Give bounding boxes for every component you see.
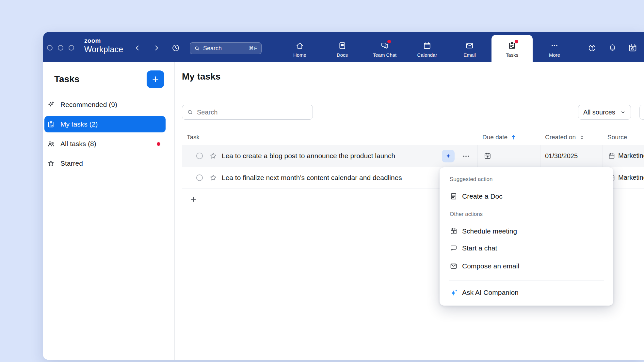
ai-companion-button[interactable] <box>442 150 455 162</box>
column-divider <box>603 145 603 167</box>
menu-item-create-doc[interactable]: Create a Doc <box>449 189 604 204</box>
source-cell: Marketing <box>608 174 644 181</box>
zoom-workplace-logo: zoom Workplace <box>84 38 123 53</box>
filter-extra-button[interactable] <box>639 105 644 120</box>
tasks-sidebar: Tasks Recommended (9) My tasks (2) All t… <box>43 62 175 360</box>
sort-ascending-icon <box>510 134 517 141</box>
nav-item-home[interactable]: Home <box>279 32 321 62</box>
nav-label-docs: Docs <box>337 52 348 58</box>
sidebar-item-my-tasks[interactable]: My tasks (2) <box>44 116 166 132</box>
chevron-left-icon <box>134 44 141 52</box>
column-created-on-label: Created on <box>545 134 576 141</box>
nav-item-calendar[interactable]: Calendar <box>406 32 448 62</box>
circle-icon <box>195 173 204 182</box>
plus-icon <box>189 195 197 203</box>
sidebar-list: Recommended (9) My tasks (2) All tasks (… <box>43 97 174 175</box>
ellipsis-icon <box>462 152 470 160</box>
notifications-button[interactable] <box>608 43 617 52</box>
column-source[interactable]: Source <box>607 134 627 141</box>
sources-filter-label: All sources <box>583 109 615 116</box>
calendar-icon <box>423 41 431 50</box>
star-icon <box>209 173 217 182</box>
nav-forward-button[interactable] <box>153 44 160 52</box>
task-list-icon <box>47 120 55 128</box>
sidebar-item-all-tasks[interactable]: All tasks (8) <box>44 136 166 152</box>
nav-item-team-chat[interactable]: Team Chat <box>363 32 406 62</box>
task-search <box>182 105 313 120</box>
chevron-down-icon <box>620 110 626 115</box>
table-header: Task Due date Created on Source <box>182 129 644 145</box>
topbar-nav: Home Docs Team Chat Calendar Email Tasks <box>279 32 576 62</box>
task-title: Lea to finalize next month’s content cal… <box>222 174 402 182</box>
sidebar-label-starred: Starred <box>60 159 83 167</box>
chevron-right-icon <box>153 44 160 52</box>
star-icon <box>47 159 55 167</box>
column-created-on[interactable]: Created on <box>545 134 585 141</box>
task-star-toggle[interactable] <box>209 173 217 182</box>
task-complete-checkbox[interactable] <box>195 173 204 182</box>
nav-item-tasks[interactable]: Tasks <box>491 32 533 62</box>
envelope-icon <box>450 262 458 270</box>
schedule-button[interactable] <box>628 43 637 53</box>
source-label: Marketing <box>618 174 644 181</box>
menu-item-compose-email[interactable]: Compose an email <box>449 259 604 274</box>
sidebar-label-my-tasks: My tasks (2) <box>60 120 98 128</box>
window-close-button[interactable] <box>47 45 53 51</box>
add-new-task-button[interactable] <box>189 195 197 203</box>
add-due-date-button[interactable] <box>484 152 491 160</box>
docs-icon <box>338 41 346 50</box>
column-divider <box>477 145 478 167</box>
task-title: Lea to create a blog post to announce th… <box>222 152 395 160</box>
history-button[interactable] <box>171 44 180 52</box>
nav-item-more[interactable]: More <box>533 32 576 62</box>
column-due-date[interactable]: Due date <box>482 134 517 141</box>
nav-label-tasks: Tasks <box>506 52 518 58</box>
sidebar-item-starred[interactable]: Starred <box>44 155 166 172</box>
menu-item-label: Schedule meeting <box>462 227 517 235</box>
menu-item-label: Compose an email <box>462 262 519 270</box>
suggested-action-label: Suggested action <box>450 176 492 183</box>
menu-item-start-a-chat[interactable]: Start a chat <box>449 241 604 256</box>
task-actions-menu: Suggested action Create a Doc Other acti… <box>440 167 613 306</box>
menu-item-ask-ai-companion[interactable]: Ask AI Companion <box>449 285 604 300</box>
other-actions-label: Other actions <box>450 211 483 218</box>
row-actions-button[interactable] <box>462 152 470 160</box>
task-row[interactable]: Lea to create a blog post to announce th… <box>182 145 644 167</box>
nav-item-docs[interactable]: Docs <box>321 32 363 62</box>
calendar-clock-icon <box>628 43 637 53</box>
more-ellipsis-icon <box>550 41 559 50</box>
sort-icon <box>579 134 585 140</box>
task-search-input[interactable] <box>197 109 308 116</box>
nav-label-home: Home <box>293 52 306 58</box>
ai-sparkle-icon <box>445 153 452 159</box>
sources-filter-dropdown[interactable]: All sources <box>578 105 631 120</box>
source-cell: Marketing <box>608 152 644 159</box>
sparkles-icon <box>47 101 55 109</box>
circle-icon <box>195 152 204 160</box>
tasks-clipboard-icon <box>508 41 516 50</box>
window-maximize-button[interactable] <box>69 45 74 51</box>
global-search[interactable]: Search ⌘F <box>190 42 262 54</box>
column-task[interactable]: Task <box>187 134 200 141</box>
home-icon <box>296 41 304 50</box>
column-due-date-label: Due date <box>482 134 507 141</box>
sidebar-label-recommended: Recommended (9) <box>60 101 117 109</box>
nav-back-button[interactable] <box>134 44 141 52</box>
topbar: zoom Workplace Search ⌘F Home Docs Team … <box>43 32 644 62</box>
menu-item-schedule-meeting[interactable]: Schedule meeting <box>449 224 604 239</box>
menu-item-label: Start a chat <box>462 244 497 252</box>
people-icon <box>47 140 55 148</box>
add-task-button[interactable] <box>147 70 164 88</box>
page-title: My tasks <box>182 71 220 82</box>
window-controls <box>47 45 74 51</box>
task-complete-checkbox[interactable] <box>195 152 204 160</box>
plus-icon <box>151 75 160 83</box>
nav-label-calendar: Calendar <box>417 52 437 58</box>
nav-item-email[interactable]: Email <box>448 32 491 62</box>
sidebar-item-recommended[interactable]: Recommended (9) <box>44 97 166 113</box>
menu-divider <box>449 280 604 280</box>
nav-label-email: Email <box>463 52 476 58</box>
help-button[interactable] <box>588 44 596 52</box>
window-minimize-button[interactable] <box>58 45 63 51</box>
task-star-toggle[interactable] <box>209 152 217 160</box>
